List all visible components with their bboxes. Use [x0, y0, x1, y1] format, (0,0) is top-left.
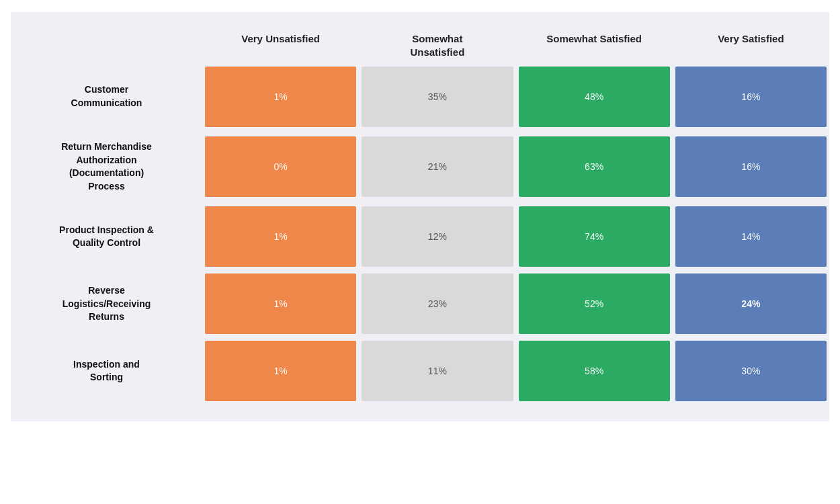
- row-label: CustomerCommunication: [11, 77, 202, 116]
- value-very-unsatisfied: 1%: [274, 298, 288, 309]
- table-row: Inspection andSorting 1% 11% 58% 30%: [11, 341, 829, 401]
- row-label: Product Inspection &Quality Control: [11, 217, 202, 257]
- cell-somewhat-unsatisfied: 21%: [362, 136, 513, 197]
- chart-container: Very Unsatisfied SomewhatUnsatisfied Som…: [11, 12, 829, 421]
- table-row: CustomerCommunication 1% 35% 48% 16%: [11, 67, 829, 127]
- header-row: Very Unsatisfied SomewhatUnsatisfied Som…: [11, 32, 829, 58]
- cell-very-satisfied: 16%: [675, 136, 827, 197]
- cell-somewhat-unsatisfied: 23%: [362, 274, 513, 334]
- table-row: Product Inspection &Quality Control 1% 1…: [11, 206, 829, 267]
- cell-very-satisfied: 14%: [675, 206, 827, 267]
- value-very-satisfied: 30%: [741, 366, 760, 376]
- table-row: ReverseLogistics/ReceivingReturns 1% 23%…: [11, 274, 829, 334]
- cell-very-satisfied: 16%: [675, 67, 827, 127]
- cell-very-satisfied: 30%: [675, 341, 827, 401]
- value-somewhat-unsatisfied: 12%: [428, 231, 447, 242]
- cell-very-unsatisfied: 1%: [205, 206, 356, 267]
- cell-somewhat-unsatisfied: 35%: [362, 67, 513, 127]
- value-very-unsatisfied: 1%: [274, 231, 288, 242]
- value-somewhat-unsatisfied: 11%: [428, 366, 447, 376]
- header-label-empty: [11, 32, 202, 58]
- cell-very-unsatisfied: 1%: [205, 67, 356, 127]
- value-somewhat-unsatisfied: 21%: [428, 161, 447, 172]
- value-somewhat-satisfied: 74%: [585, 231, 603, 242]
- header-somewhat-satisfied: Somewhat Satisfied: [516, 32, 673, 58]
- cell-very-unsatisfied: 1%: [205, 341, 356, 401]
- cell-very-unsatisfied: 1%: [205, 274, 356, 334]
- rows-container: CustomerCommunication 1% 35% 48% 16% Ret…: [11, 67, 829, 401]
- row-label: Return MerchandiseAuthorization(Document…: [11, 134, 202, 200]
- table-row: Return MerchandiseAuthorization(Document…: [11, 134, 829, 200]
- cell-somewhat-satisfied: 58%: [519, 341, 670, 401]
- value-very-unsatisfied: 1%: [274, 366, 288, 376]
- cell-somewhat-satisfied: 52%: [519, 274, 670, 334]
- cell-somewhat-satisfied: 63%: [519, 136, 670, 197]
- value-somewhat-unsatisfied: 35%: [428, 91, 447, 102]
- value-very-unsatisfied: 1%: [274, 91, 288, 102]
- header-somewhat-unsatisfied: SomewhatUnsatisfied: [359, 32, 515, 58]
- value-somewhat-unsatisfied: 23%: [428, 298, 447, 309]
- cell-very-unsatisfied: 0%: [205, 136, 356, 197]
- value-somewhat-satisfied: 63%: [585, 161, 603, 172]
- value-somewhat-satisfied: 52%: [585, 298, 603, 309]
- value-somewhat-satisfied: 48%: [585, 91, 603, 102]
- value-very-satisfied: 16%: [741, 161, 760, 172]
- value-very-satisfied: 14%: [741, 231, 760, 242]
- cell-somewhat-unsatisfied: 11%: [362, 341, 513, 401]
- cell-very-satisfied: 24%: [675, 274, 827, 334]
- header-very-unsatisfied: Very Unsatisfied: [202, 32, 359, 58]
- value-very-satisfied: 24%: [741, 298, 760, 309]
- cell-somewhat-satisfied: 74%: [519, 206, 670, 267]
- row-label: ReverseLogistics/ReceivingReturns: [11, 278, 202, 331]
- value-very-satisfied: 16%: [741, 91, 760, 102]
- value-very-unsatisfied: 0%: [274, 161, 288, 172]
- cell-somewhat-unsatisfied: 12%: [362, 206, 513, 267]
- header-very-satisfied: Very Satisfied: [673, 32, 829, 58]
- row-label: Inspection andSorting: [11, 351, 202, 391]
- value-somewhat-satisfied: 58%: [585, 366, 603, 376]
- cell-somewhat-satisfied: 48%: [519, 67, 670, 127]
